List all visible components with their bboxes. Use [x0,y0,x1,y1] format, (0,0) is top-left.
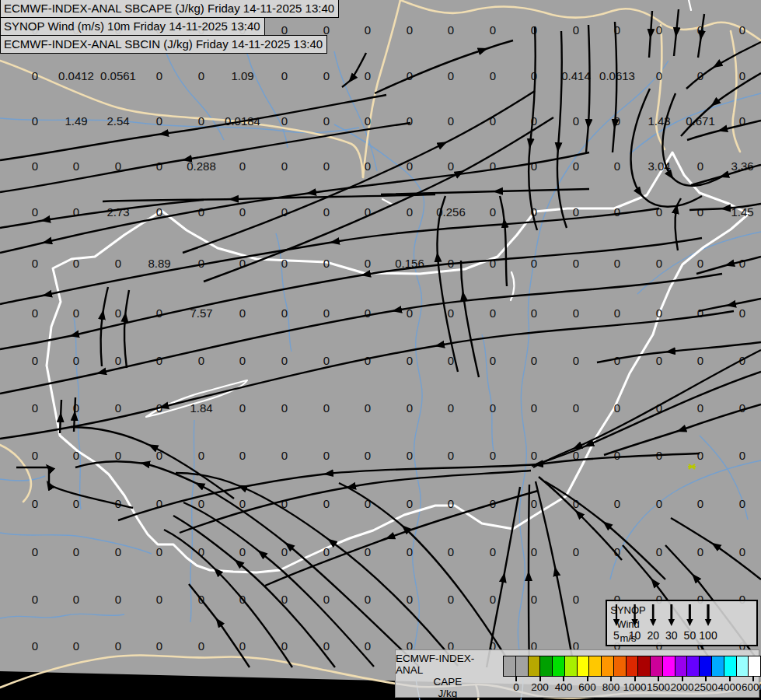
title-sbcape: ECMWF-INDEX-ANAL SBCAPE (J/kg) Friday 14… [0,0,339,18]
cape-color-cell [627,656,639,676]
streamlines [0,9,761,667]
cape-color-cell [687,656,700,676]
cape-color-cell [651,656,663,676]
wind-speed-label: 100 [699,629,717,642]
cape-tick-label: 600 [578,681,596,693]
wind-streamlines-layer [0,0,761,700]
wind-down-arrow-icon [686,619,693,626]
cape-color-cell [700,656,712,676]
cape-color-cell [712,656,724,676]
cape-tick [515,676,517,681]
cape-colorbar [503,656,761,677]
cape-tick-label: 400 [555,681,573,693]
cape-legend-line: J/kg [438,688,458,699]
cape-color-cell [553,656,565,676]
cape-tick [705,676,707,681]
cape-color-cell [663,656,675,676]
title-block: ECMWF-INDEX-ANAL SBCAPE (J/kg) Friday 14… [0,0,339,54]
cape-tick [682,676,683,681]
cape-tick-label: 2000 [670,681,693,693]
cape-tick [563,676,564,681]
cape-tick-label: 1500 [647,681,670,693]
cape-tick [729,676,731,681]
cape-tick-label: 800 [602,681,620,693]
cape-tick-label: 2500 [694,681,717,693]
cape-tick-label: 0 [513,681,519,693]
cape-color-cell [589,656,602,676]
wind-down-arrow-icon [650,619,656,626]
title-synop-wind: SYNOP Wind (m/s) 10m Friday 14-11-2025 1… [0,17,265,36]
wind-speed-label: 50 [684,629,696,642]
wind-speed-label: 30 [665,629,678,642]
cape-color-cell [578,656,590,676]
cape-color-cell [529,656,541,676]
cape-color-cell [749,656,760,676]
cape-tick-label: 1000 [623,681,646,693]
cape-color-cell [565,656,578,676]
weather-map: 00000000000000000000.04120.0561001.09000… [0,0,761,700]
cape-legend-title: ECMWF-INDEX-ANAL CAPE J/kg [396,650,500,697]
cape-tick-label: 6000 [742,681,761,693]
cape-tick-label: 200 [531,681,549,693]
cape-tick [587,676,588,681]
cape-color-cell [737,656,749,676]
cape-legend: ECMWF-INDEX-ANAL CAPE J/kg 0200400600800… [395,649,759,698]
wind-down-arrow-icon [705,619,711,626]
title-sbcin: ECMWF-INDEX-ANAL SBCIN (J/kg) Friday 14-… [0,35,327,54]
cape-color-cell [724,656,737,676]
cape-tick [539,676,541,681]
cape-color-cell [614,656,627,676]
cape-tick [634,676,636,681]
cape-tick [610,676,612,681]
wind-speed-label: 5 [613,629,620,642]
cape-color-cell [504,656,516,676]
wind-speed-arrows: 510203050100 [607,601,717,643]
cape-color-cell [602,656,614,676]
cape-color-cell [540,656,553,676]
station-marker-icon [688,464,696,469]
wind-down-arrow-icon [631,619,637,626]
cape-legend-line: CAPE [434,676,463,688]
wind-speed-label: 20 [647,629,659,642]
cape-color-cell [638,656,651,676]
wind-speed-label: 10 [629,629,641,642]
cape-tick [752,676,754,681]
cape-legend-line: ECMWF-INDEX-ANAL [396,653,500,676]
cape-tick [658,676,659,681]
cape-color-cell [675,656,688,676]
wind-legend: SYNOP Wind m/s 510203050100 [606,600,758,646]
wind-down-arrow-icon [613,619,620,626]
wind-down-arrow-icon [668,619,675,626]
cape-color-cell [516,656,529,676]
cape-tick-label: 4000 [717,681,741,693]
